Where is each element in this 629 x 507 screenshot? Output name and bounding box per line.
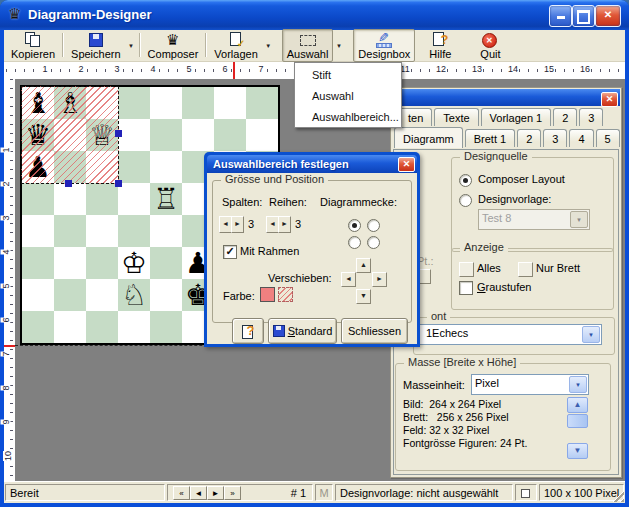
board-square[interactable]	[22, 183, 54, 215]
tab-5[interactable]: 5	[596, 129, 620, 147]
masse-scrollbar[interactable]: ▲ ▼	[567, 397, 588, 459]
board-square[interactable]	[118, 119, 150, 151]
board-square[interactable]	[214, 87, 246, 119]
prev-diagram-button[interactable]: ◄	[190, 486, 207, 500]
chess-piece[interactable]: ♘	[118, 279, 150, 311]
board-square[interactable]	[22, 279, 54, 311]
tab-vorlagen-1[interactable]: Vorlagen 1	[481, 108, 552, 126]
move-down-icon[interactable]: ▼	[356, 289, 371, 304]
board-square[interactable]	[118, 215, 150, 247]
board-square[interactable]	[54, 311, 86, 343]
reihen-increment-icon[interactable]: ►	[278, 216, 291, 233]
minimize-button[interactable]	[549, 5, 572, 27]
board-square[interactable]	[150, 119, 182, 151]
ecke-radio-topleft[interactable]	[348, 219, 361, 232]
chevron-down-icon[interactable]: ▼	[570, 211, 588, 228]
tab-2[interactable]: 2	[553, 108, 577, 126]
tab-texte[interactable]: Texte	[434, 108, 478, 126]
alles-toggle[interactable]	[459, 262, 474, 277]
board-square[interactable]	[22, 215, 54, 247]
spalten-increment-icon[interactable]: ►	[231, 216, 244, 233]
font-combobox[interactable]: 1Echecs ▼	[404, 324, 602, 345]
board-square[interactable]	[118, 183, 150, 215]
first-diagram-button[interactable]: «	[173, 486, 190, 500]
hatch-swatch[interactable]	[278, 287, 293, 302]
close-button[interactable]: ✕	[595, 5, 621, 27]
schliessen-button[interactable]: Schliessen	[341, 318, 408, 344]
board-square[interactable]	[86, 215, 118, 247]
hilfe-toolbar-button[interactable]: Hilfe	[424, 31, 456, 60]
ecke-radio-bottomright[interactable]	[367, 236, 380, 249]
menu-item-auswahl[interactable]: Auswahl	[295, 86, 401, 107]
status-checkbox[interactable]	[521, 489, 530, 498]
panel-title-bar[interactable]: ✕	[392, 89, 620, 106]
board-square[interactable]	[86, 279, 118, 311]
board-square[interactable]	[86, 311, 118, 343]
vorlagen-toolbar-button[interactable]: Vorlagen▼	[209, 31, 273, 60]
graustufen-checkbox[interactable]	[459, 281, 473, 295]
ecke-radio-topright[interactable]	[367, 219, 380, 232]
standard-button[interactable]: Standard	[268, 318, 337, 344]
dialog-title-bar[interactable]: Auswahlbereich festlegen ✕	[207, 155, 417, 173]
scrollbar-thumb[interactable]	[567, 414, 588, 428]
chevron-down-icon[interactable]: ▼	[333, 31, 344, 60]
tab-3[interactable]: 3	[543, 129, 567, 147]
board-square[interactable]	[86, 247, 118, 279]
board-square[interactable]	[246, 87, 278, 119]
board-square[interactable]	[22, 311, 54, 343]
move-up-icon[interactable]: ▲	[356, 258, 371, 273]
board-square[interactable]	[86, 183, 118, 215]
board-square[interactable]	[182, 119, 214, 151]
composer-layout-radio[interactable]	[459, 174, 472, 187]
designbox-toolbar-button[interactable]: Designbox	[353, 31, 415, 60]
board-square[interactable]	[118, 311, 150, 343]
board-square[interactable]	[150, 215, 182, 247]
next-diagram-button[interactable]: ►	[207, 486, 224, 500]
dialog-help-button[interactable]	[232, 318, 264, 344]
nur-brett-toggle[interactable]	[518, 262, 533, 277]
title-bar[interactable]: ♛ Diagramm-Designer ✕	[0, 0, 629, 30]
selection-handle[interactable]	[115, 130, 122, 137]
dialog-close-icon[interactable]: ✕	[398, 157, 415, 172]
chevron-down-icon[interactable]: ▼	[263, 31, 274, 60]
tab-diagramm[interactable]: Diagramm	[394, 127, 463, 148]
board-square[interactable]	[118, 87, 150, 119]
board-square[interactable]	[150, 279, 182, 311]
kopieren-toolbar-button[interactable]: Kopieren	[6, 31, 60, 60]
board-square[interactable]	[182, 87, 214, 119]
chess-piece[interactable]: ♔	[118, 247, 150, 279]
board-square[interactable]	[150, 311, 182, 343]
speichern-toolbar-button[interactable]: Speichern▼	[66, 31, 137, 60]
mit-rahmen-checkbox[interactable]: ✓	[223, 245, 237, 259]
selection-handle[interactable]	[115, 180, 122, 187]
panel-close-icon[interactable]: ✕	[601, 92, 618, 107]
tab-brett-1[interactable]: Brett 1	[465, 129, 515, 147]
board-square[interactable]	[150, 247, 182, 279]
board-square[interactable]	[54, 247, 86, 279]
designvorlage-radio[interactable]	[459, 194, 472, 207]
board-square[interactable]	[54, 279, 86, 311]
chevron-down-icon[interactable]: ▼	[569, 376, 587, 393]
tab-2[interactable]: 2	[517, 129, 541, 147]
tab-3[interactable]: 3	[579, 108, 603, 126]
board-square[interactable]	[54, 215, 86, 247]
ecke-radio-bottomleft[interactable]	[348, 236, 361, 249]
selection-overlay[interactable]	[21, 86, 119, 184]
board-square[interactable]	[150, 87, 182, 119]
masseinheit-combobox[interactable]: Pixel ▼	[471, 374, 589, 395]
move-right-icon[interactable]: ►	[372, 272, 387, 287]
board-square[interactable]	[214, 119, 246, 151]
board-square[interactable]	[118, 151, 150, 183]
move-left-icon[interactable]: ◄	[341, 272, 356, 287]
tab-4[interactable]: 4	[569, 129, 593, 147]
scroll-up-icon[interactable]: ▲	[567, 397, 588, 413]
composer-toolbar-button[interactable]: Composer	[143, 31, 204, 60]
menu-item-stift[interactable]: Stift	[295, 65, 401, 86]
maximize-button[interactable]	[572, 5, 595, 27]
designvorlage-combobox[interactable]: Test 8 ▼	[478, 209, 590, 230]
board-square[interactable]	[22, 247, 54, 279]
chevron-down-icon[interactable]: ▼	[582, 326, 600, 343]
quit-toolbar-button[interactable]: Quit	[475, 31, 505, 60]
auswahl-toolbar-button[interactable]: Auswahl▼	[282, 31, 345, 60]
scroll-down-icon[interactable]: ▼	[567, 443, 588, 459]
